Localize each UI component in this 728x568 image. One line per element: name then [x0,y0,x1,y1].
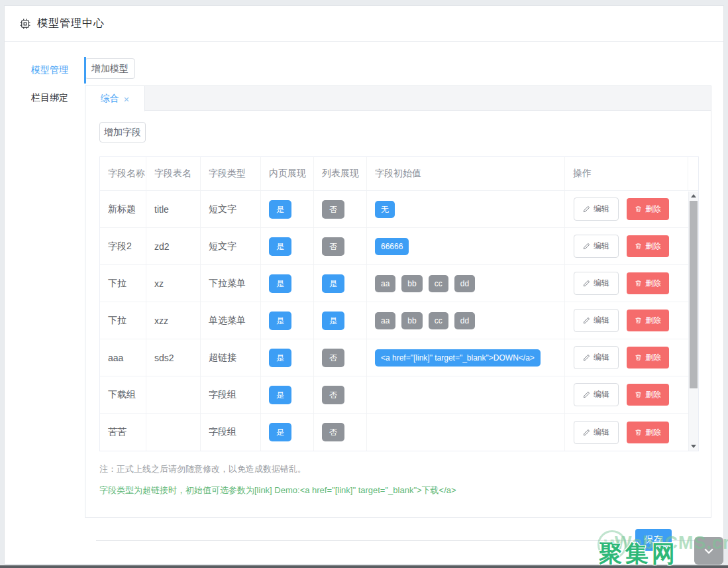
list-display-badge[interactable]: 否 [322,386,344,404]
pencil-icon [583,354,590,361]
initial-value-badge: bb [401,312,422,329]
scrollbar-up-arrow[interactable] [689,192,698,200]
inner-display-badge[interactable]: 是 [269,423,291,441]
chevron-down-icon [702,544,715,557]
cell-table-name: sds2 [146,339,201,376]
inner-display-badge[interactable]: 是 [269,386,291,404]
list-display-badge[interactable]: 否 [322,237,344,256]
note-warning: 注：正式上线之后请勿随意修改，以免造成数据错乱。 [99,463,702,475]
table-scrollbar[interactable] [688,192,698,451]
table-row: 苦苦 字段组 是 否 编辑 [100,414,698,451]
list-display-badge[interactable]: 否 [322,349,344,367]
inner-display-badge[interactable]: 是 [269,237,291,256]
delete-button[interactable]: 删除 [627,272,669,294]
cell-table-name: xzz [146,302,201,339]
main-window: 模型管理中心 模型管理 栏目绑定 增加模型 综合 × 增加字段 [4,5,724,565]
list-display-badge[interactable]: 是 [322,312,344,330]
cell-field-type: 超链接 [201,339,261,376]
trash-icon [635,429,642,436]
col-header-operations: 操作 [565,157,688,190]
scrollbar-down-arrow[interactable] [689,442,698,451]
sidebar-item-model-manage[interactable]: 模型管理 [5,60,85,80]
cell-field-name: 新标题 [100,191,146,227]
edit-button-label: 编辑 [594,203,609,215]
cpu-icon [19,18,31,30]
edit-button[interactable]: 编辑 [574,235,619,258]
cell-field-name: 下拉 [100,265,146,302]
cell-field-type: 字段组 [201,376,261,413]
delete-button-label: 删除 [645,352,661,363]
save-button[interactable]: 保存 [635,529,672,551]
cell-table-name: title [146,191,201,227]
cell-field-name: 字段2 [100,228,146,264]
note-hyperlink-tip: 字段类型为超链接时，初始值可选参数为[link] Demo:<a href="[… [99,484,702,496]
delete-button-label: 删除 [645,427,661,438]
list-display-badge[interactable]: 否 [322,423,344,441]
add-model-button[interactable]: 增加模型 [85,58,135,79]
scroll-to-bottom-button[interactable] [694,537,723,565]
initial-value-badge: 无 [375,201,395,218]
edit-button[interactable]: 编辑 [574,346,619,369]
delete-button-label: 删除 [645,278,661,289]
edit-button[interactable]: 编辑 [574,421,619,444]
col-header-field-type: 字段类型 [201,157,261,190]
tab-bar: 综合 × [85,86,711,111]
cell-field-name: aaa [100,339,146,376]
scrollbar-thumb[interactable] [690,201,698,388]
tab-close-icon[interactable]: × [124,94,130,104]
table-row: 下载组 字段组 是 否 编辑 [100,376,698,414]
table-row: 下拉 xzz 单选菜单 是 是 aabbccdd 编辑 [100,302,698,339]
table-row: aaa sds2 超链接 是 否 <a href="[link]" target… [100,339,698,376]
cell-list-display: 是 [314,302,367,339]
add-field-button[interactable]: 增加字段 [99,122,146,142]
footer: 保存 [96,540,700,567]
delete-button[interactable]: 删除 [627,235,669,257]
initial-value-badge: cc [429,275,448,292]
delete-button-label: 删除 [645,389,661,400]
inner-display-badge[interactable]: 是 [269,200,291,219]
delete-button[interactable]: 删除 [627,198,669,220]
cell-inner-display: 是 [261,265,314,302]
cell-field-type: 短文字 [201,191,261,227]
fields-table: 字段名称 字段表名 字段类型 内页展现 列表展现 字段初始值 操作 新标题 ti… [99,156,699,451]
col-header-inner-display: 内页展现 [261,157,314,190]
inner-display-badge[interactable]: 是 [269,274,291,293]
cell-table-name: zd2 [146,228,201,264]
tab-zonghe[interactable]: 综合 × [85,86,145,111]
cell-initial-value: 无 [367,191,565,227]
delete-button[interactable]: 删除 [627,347,669,369]
edit-button[interactable]: 编辑 [574,198,619,221]
cell-inner-display: 是 [261,302,314,339]
cell-operations: 编辑 删除 [565,191,688,227]
delete-button[interactable]: 删除 [627,310,669,331]
list-display-badge[interactable]: 是 [322,274,344,293]
inner-display-badge[interactable]: 是 [269,349,291,367]
list-display-badge[interactable]: 否 [322,200,344,219]
initial-value-badge: <a href="[link]" target="_blank">DOWN</a… [375,349,541,367]
trash-icon [635,391,642,398]
edit-button[interactable]: 编辑 [574,309,619,332]
cell-inner-display: 是 [261,228,314,264]
cell-field-type: 单选菜单 [201,302,261,339]
delete-button[interactable]: 删除 [627,384,669,406]
cell-list-display: 否 [314,376,367,413]
col-header-field-name: 字段名称 [100,157,146,190]
cell-field-type: 字段组 [201,414,261,451]
pencil-icon [583,280,590,287]
initial-value-badge: aa [375,312,395,329]
content-area: 增加模型 综合 × 增加字段 字段名称 字段表名 字段类型 [85,42,723,567]
pencil-icon [583,429,590,436]
inner-display-badge[interactable]: 是 [269,312,291,330]
cell-table-name: xz [146,265,201,302]
trash-icon [635,205,642,213]
delete-button[interactable]: 删除 [627,422,669,443]
cell-list-display: 否 [314,339,367,376]
edit-button-label: 编辑 [594,278,609,289]
edit-button[interactable]: 编辑 [574,272,619,295]
sidebar-item-column-bind[interactable]: 栏目绑定 [5,87,85,107]
table-row: 字段2 zd2 短文字 是 否 66666 编辑 [100,228,698,265]
cell-field-type: 短文字 [201,228,261,264]
cell-field-name: 下载组 [100,376,146,413]
initial-value-badge: cc [429,312,448,329]
edit-button[interactable]: 编辑 [574,383,619,406]
